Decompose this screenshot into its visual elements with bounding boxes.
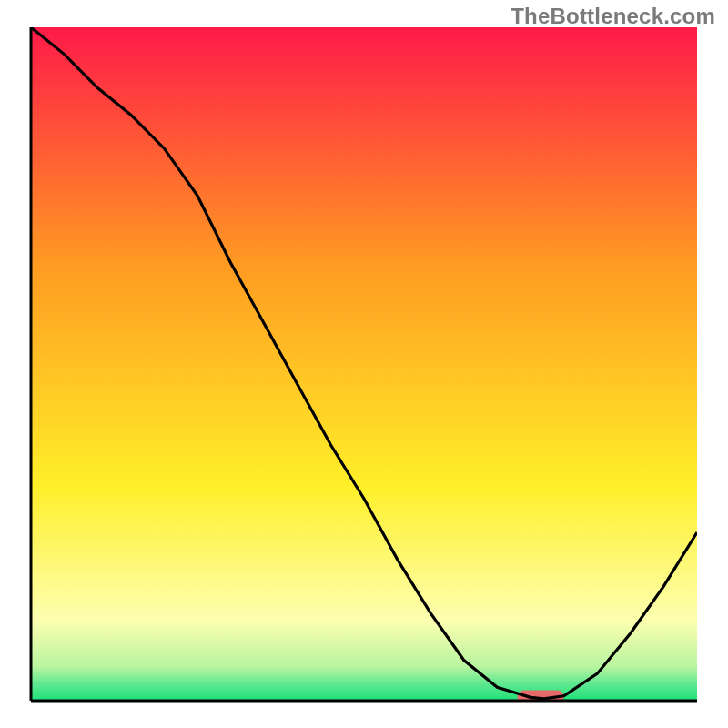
watermark-text: TheBottleneck.com xyxy=(511,4,715,29)
chart-container: TheBottleneck.com xyxy=(0,0,728,728)
gradient-background xyxy=(31,27,697,701)
bottleneck-plot xyxy=(0,0,728,728)
